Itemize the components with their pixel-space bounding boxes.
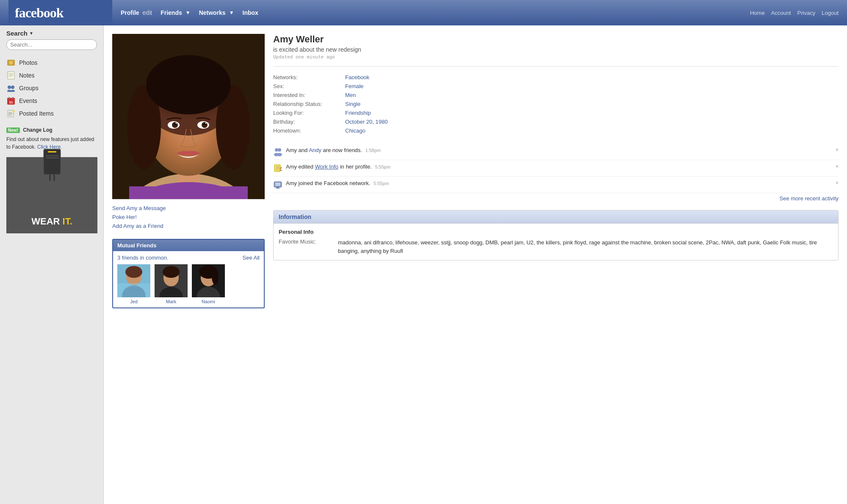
nav-friends[interactable]: Friends — [161, 9, 182, 16]
see-more-activity[interactable]: See more recent activity — [780, 195, 839, 202]
andy-link[interactable]: Andy — [309, 147, 321, 153]
activity-text-edit: Amy edited Work Info in her profile. 5:5… — [286, 163, 828, 170]
mutual-friends-body: 3 friends in common. See All — [113, 251, 264, 307]
mutual-count-text: 3 friends in common. — [117, 255, 169, 261]
activity-close-3[interactable]: × — [836, 180, 839, 186]
nav-inbox[interactable]: Inbox — [243, 9, 258, 16]
search-dropdown-arrow: ▼ — [29, 31, 33, 36]
mutual-friends-box: Mutual Friends 3 friends in common. See … — [112, 239, 265, 308]
svg-rect-48 — [117, 283, 150, 297]
poke-link[interactable]: Poke Her! — [112, 213, 265, 222]
activity-edit: Amy edited Work Info in her profile. 5:5… — [273, 160, 839, 177]
ad-box: WEAR IT. — [6, 157, 97, 233]
profile-name: Amy Weller — [273, 34, 839, 45]
search-input[interactable] — [6, 39, 97, 50]
svg-rect-19 — [8, 114, 13, 114]
work-info-link[interactable]: Work Info — [315, 163, 338, 170]
info-networks: Networks: Facebook — [273, 73, 839, 82]
nav-privacy[interactable]: Privacy — [797, 10, 816, 16]
add-friend-link[interactable]: Add Amy as a Friend — [112, 222, 265, 230]
sidebar-item-posted[interactable]: Posted Items — [6, 107, 97, 120]
svg-rect-13 — [8, 97, 10, 99]
friend-mark: Mark — [155, 264, 188, 304]
events-icon: 31 — [6, 96, 16, 105]
ad-text: WEAR IT. — [31, 216, 72, 227]
naomi-name[interactable]: Naomi — [192, 299, 225, 304]
profile-info-table: Networks: Facebook Sex: Female Intereste… — [273, 73, 839, 135]
info-looking: Looking For: Friendship — [273, 108, 839, 117]
see-more-link: See more recent activity — [273, 193, 839, 204]
personal-info-row: Favorite Music: madonna, ani difranco, l… — [279, 238, 833, 255]
jed-photo — [117, 264, 150, 297]
profile-section: Send Amy a Message Poke Her! Add Amy as … — [112, 34, 839, 308]
info-sex: Sex: Female — [273, 82, 839, 91]
svg-rect-71 — [277, 187, 279, 188]
svg-point-49 — [125, 266, 142, 278]
events-label: Events — [19, 97, 37, 104]
sidebar-item-events[interactable]: 31 Events — [6, 94, 97, 107]
svg-point-59 — [275, 148, 278, 152]
activity-text-network: Amy joined the Facebook network. 5:55pm — [286, 180, 828, 186]
edit-activity-icon — [273, 163, 282, 173]
sidebar-item-photos[interactable]: Photos — [6, 56, 97, 69]
activity-close-2[interactable]: × — [836, 163, 839, 169]
info-birthday: Birthday: October 20, 1980 — [273, 117, 839, 126]
activity-feed: Amy and Andy are now friends. 1:58pm × — [273, 144, 839, 204]
svg-text:31: 31 — [9, 100, 13, 104]
svg-rect-44 — [129, 186, 248, 199]
info-hometown: Hometown: Chicago — [273, 126, 839, 135]
svg-rect-21 — [44, 149, 61, 174]
mutual-count: 3 friends in common. See All — [117, 255, 260, 261]
profile-actions: Send Amy a Message Poke Her! Add Amy as … — [112, 199, 265, 235]
svg-rect-12 — [7, 98, 15, 100]
mark-name[interactable]: Mark — [155, 299, 188, 304]
profile-photo — [112, 34, 265, 199]
logo-area: facebook — [8, 0, 112, 25]
svg-rect-24 — [46, 158, 58, 158]
nav-networks-arrow[interactable]: ▼ — [229, 10, 234, 16]
naomi-photo — [192, 264, 225, 297]
svg-point-7 — [8, 86, 11, 89]
nav-home[interactable]: Home — [750, 10, 765, 16]
svg-rect-14 — [12, 97, 14, 99]
mark-photo — [155, 264, 188, 297]
friends-activity-icon — [273, 147, 282, 156]
nav-edit[interactable]: edit — [143, 9, 152, 16]
nav-profile[interactable]: Profile — [121, 9, 139, 16]
header: facebook Profile edit Friends ▼ Networks… — [0, 0, 847, 25]
profile-status: is excited about the new redesign — [273, 46, 839, 53]
info-relationship: Relationship Status: Single — [273, 100, 839, 108]
nav-logout[interactable]: Logout — [822, 10, 839, 16]
nav-networks[interactable]: Networks — [199, 9, 226, 16]
friends-avatars: Jed — [117, 264, 260, 304]
nav-account[interactable]: Account — [771, 10, 791, 16]
nav-friends-arrow[interactable]: ▼ — [185, 10, 191, 16]
network-activity-icon — [273, 180, 282, 189]
main-content: Send Amy a Message Poke Her! Add Amy as … — [104, 25, 847, 504]
personal-info-label: Personal Info — [279, 229, 833, 235]
svg-rect-3 — [8, 72, 14, 79]
sidebar-item-groups[interactable]: Groups — [6, 82, 97, 94]
svg-point-8 — [11, 86, 14, 89]
posted-icon — [6, 109, 16, 118]
search-label: Search ▼ — [6, 30, 97, 37]
notes-icon — [6, 71, 16, 80]
activity-network: Amy joined the Facebook network. 5:55pm … — [273, 177, 839, 193]
changelog-title: Change Log — [23, 127, 52, 133]
see-all-link[interactable]: See All — [243, 255, 260, 261]
jed-name[interactable]: Jed — [117, 299, 150, 304]
svg-rect-18 — [8, 112, 12, 113]
svg-point-10 — [11, 90, 15, 92]
groups-icon — [6, 83, 16, 93]
sidebar-item-notes[interactable]: Notes — [6, 69, 97, 82]
info-section-header: Information — [274, 210, 838, 224]
svg-point-62 — [277, 153, 282, 156]
svg-point-41 — [176, 123, 177, 124]
svg-point-34 — [146, 55, 231, 114]
favorite-music-label: Favorite Music: — [279, 238, 334, 255]
send-message-link[interactable]: Send Amy a Message — [112, 204, 265, 213]
groups-label: Groups — [19, 85, 39, 91]
activity-close-1[interactable]: × — [836, 147, 839, 153]
activity-friends: Amy and Andy are now friends. 1:58pm × — [273, 144, 839, 160]
photos-label: Photos — [19, 59, 38, 66]
